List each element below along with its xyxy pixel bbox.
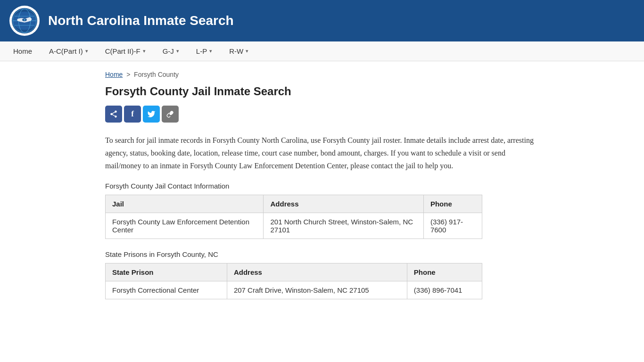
phone-col-header: Phone [423, 195, 482, 213]
jail-name-cell: Forsyth County Law Enforcement Detention… [106, 213, 264, 239]
facebook-label: f [131, 109, 134, 119]
table-row: Forsyth County Law Enforcement Detention… [106, 213, 482, 239]
nav-dropdown-arrow: ▾ [85, 48, 88, 54]
jail-contact-table: Jail Address Phone Forsyth County Law En… [105, 195, 482, 239]
nav-home[interactable]: Home [5, 41, 41, 61]
prison-address-col-header: Address [227, 263, 407, 281]
logo-icon [11, 7, 38, 34]
jail-col-header: Jail [106, 195, 264, 213]
nav-r-w[interactable]: R-W ▾ [221, 41, 257, 61]
nav-g-j[interactable]: G-J ▾ [154, 41, 188, 61]
nav-dropdown-arrow: ▾ [143, 48, 146, 54]
jail-contact-label: Forsyth County Jail Contact Information [105, 182, 539, 190]
twitter-button[interactable] [143, 106, 160, 123]
main-nav: Home A-C(Part I) ▾ C(Part II)-F ▾ G-J ▾ … [0, 41, 644, 61]
prison-phone-col-header: Phone [407, 263, 482, 281]
site-title: North Carolina Inmate Search [48, 13, 234, 28]
nav-c-part2-f[interactable]: C(Part II)-F ▾ [97, 41, 154, 61]
svg-point-8 [24, 19, 25, 21]
prison-address-cell: 207 Craft Drive, Winston-Salem, NC 27105 [227, 281, 407, 299]
site-header: North Carolina Inmate Search [0, 0, 644, 41]
address-col-header: Address [264, 195, 423, 213]
nav-a-c-part1[interactable]: A-C(Part I) ▾ [41, 41, 97, 61]
link-icon [166, 110, 174, 118]
site-logo [9, 6, 40, 36]
state-prisons-label: State Prisons in Forsyth County, NC [105, 250, 539, 258]
social-share-bar: f [105, 106, 539, 123]
description-text: To search for jail inmate records in For… [105, 134, 539, 173]
table-row: Forsyth Correctional Center 207 Craft Dr… [106, 281, 482, 299]
nav-l-p[interactable]: L-P ▾ [188, 41, 221, 61]
jail-phone-cell: (336) 917-7600 [423, 213, 482, 239]
table-header-row: State Prison Address Phone [106, 263, 482, 281]
share-button[interactable] [105, 106, 122, 123]
breadcrumb: Home > Forsyth County [105, 71, 539, 78]
prison-name-cell: Forsyth Correctional Center [106, 281, 227, 299]
breadcrumb-home-link[interactable]: Home [105, 71, 123, 78]
nav-dropdown-arrow: ▾ [246, 48, 248, 54]
main-content: Home > Forsyth County Forsyth County Jai… [91, 61, 553, 320]
breadcrumb-current: Forsyth County [134, 71, 179, 78]
nav-dropdown-arrow: ▾ [209, 48, 212, 54]
table-header-row: Jail Address Phone [106, 195, 482, 213]
jail-address-cell: 201 North Church Street, Winston-Salem, … [264, 213, 423, 239]
state-prisons-table: State Prison Address Phone Forsyth Corre… [105, 263, 482, 299]
prison-phone-cell: (336) 896-7041 [407, 281, 482, 299]
twitter-icon [147, 110, 156, 118]
facebook-button[interactable]: f [124, 106, 141, 123]
copy-link-button[interactable] [162, 106, 179, 123]
prison-col-header: State Prison [106, 263, 227, 281]
page-title: Forsyth County Jail Inmate Search [105, 85, 539, 98]
share-icon [109, 110, 118, 118]
nav-dropdown-arrow: ▾ [176, 48, 179, 54]
